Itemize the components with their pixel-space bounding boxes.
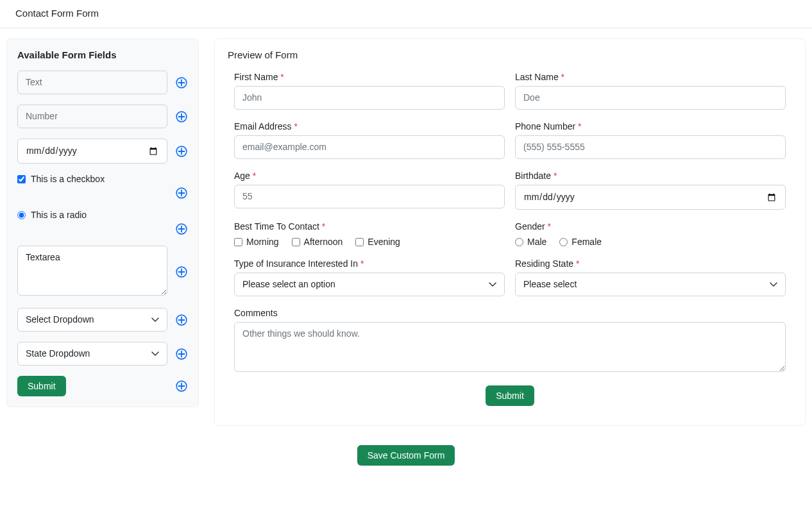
last-name-input[interactable]	[515, 86, 786, 110]
available-fields-panel: Available Form Fields This is a checkbox	[6, 38, 199, 407]
phone-input[interactable]	[515, 135, 786, 159]
add-select-field-button[interactable]	[175, 314, 188, 326]
add-textarea-field-button[interactable]	[175, 266, 188, 278]
add-date-field-button[interactable]	[175, 145, 188, 158]
add-state-field-button[interactable]	[175, 348, 188, 360]
age-label: Age *	[234, 171, 505, 181]
last-name-label: Last Name *	[515, 72, 786, 82]
comments-textarea[interactable]	[234, 322, 786, 372]
plus-circle-icon	[176, 314, 187, 326]
birthdate-label: Birthdate *	[515, 171, 786, 181]
comments-label: Comments	[234, 308, 786, 318]
state-label: Residing State *	[515, 258, 786, 269]
best-time-checkbox-afternoon[interactable]	[292, 238, 300, 246]
sample-state-dropdown[interactable]: State Dropdown	[17, 342, 167, 366]
best-time-checkbox-morning[interactable]	[234, 238, 242, 246]
save-custom-form-button[interactable]: Save Custom Form	[357, 445, 455, 466]
sample-submit-button[interactable]: Submit	[17, 376, 66, 396]
gender-option[interactable]: Male	[515, 237, 546, 247]
email-label: Email Address *	[234, 121, 505, 131]
first-name-label: First Name *	[234, 72, 505, 82]
insurance-label: Type of Insurance Interested In *	[234, 258, 505, 269]
best-time-option[interactable]: Evening	[355, 237, 400, 247]
add-radio-field-button[interactable]	[175, 223, 188, 235]
available-fields-heading: Available Form Fields	[17, 49, 188, 60]
gender-radio-male[interactable]	[515, 238, 523, 246]
best-time-option[interactable]: Afternoon	[292, 237, 343, 247]
plus-circle-icon	[176, 146, 187, 157]
gender-option[interactable]: Female	[559, 237, 602, 247]
preview-submit-button[interactable]: Submit	[486, 385, 534, 406]
plus-circle-icon	[176, 380, 187, 392]
age-input[interactable]	[234, 185, 505, 208]
plus-circle-icon	[176, 187, 187, 199]
best-time-checkbox-evening[interactable]	[355, 238, 364, 246]
plus-circle-icon	[176, 111, 187, 122]
gender-radio-female[interactable]	[559, 238, 568, 246]
birthdate-input[interactable]	[515, 185, 786, 210]
sample-text-input[interactable]	[17, 71, 167, 94]
plus-circle-icon	[176, 348, 187, 360]
plus-circle-icon	[176, 77, 187, 89]
sample-date-input[interactable]	[17, 139, 167, 164]
sample-radio-label: This is a radio	[31, 210, 87, 220]
add-submit-field-button[interactable]	[175, 380, 188, 393]
best-time-label: Best Time To Contact *	[234, 221, 505, 232]
first-name-input[interactable]	[234, 86, 505, 110]
email-input[interactable]	[234, 135, 505, 159]
page-title: Contact Form Form	[0, 0, 812, 28]
preview-heading: Preview of Form	[228, 49, 792, 60]
sample-radio[interactable]	[17, 211, 26, 219]
plus-circle-icon	[176, 223, 187, 235]
preview-panel: Preview of Form First Name * Last Name *…	[214, 38, 806, 426]
sample-textarea[interactable]	[17, 246, 167, 296]
plus-circle-icon	[176, 266, 187, 278]
sample-checkbox-label: This is a checkbox	[31, 174, 105, 184]
add-text-field-button[interactable]	[175, 76, 188, 89]
insurance-select[interactable]: Please select an option	[234, 273, 505, 296]
sample-checkbox[interactable]	[17, 175, 26, 183]
sample-number-input[interactable]	[17, 105, 167, 128]
add-checkbox-field-button[interactable]	[175, 187, 188, 199]
state-select[interactable]: Please select	[515, 273, 786, 296]
gender-label: Gender *	[515, 221, 786, 232]
phone-label: Phone Number *	[515, 121, 786, 131]
sample-select-dropdown[interactable]: Select Dropdown	[17, 308, 167, 332]
add-number-field-button[interactable]	[175, 110, 188, 123]
best-time-option[interactable]: Morning	[234, 237, 279, 247]
